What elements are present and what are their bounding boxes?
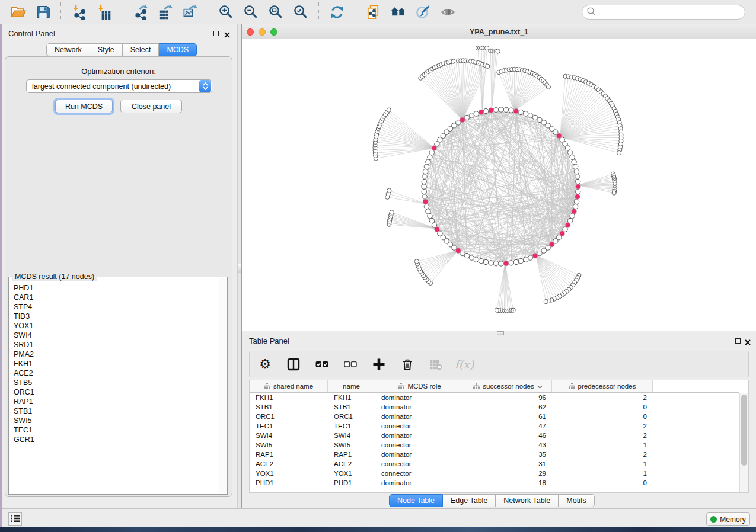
memory-button[interactable]: Memory xyxy=(706,512,750,526)
tab-node-table[interactable]: Node Table xyxy=(389,494,443,507)
home-networks-icon[interactable] xyxy=(385,2,410,21)
column-header-predecessor-nodes[interactable]: predecessor nodes xyxy=(552,380,653,392)
result-item[interactable]: SWI4 xyxy=(9,331,219,340)
control-panel-close-icon[interactable] xyxy=(224,30,230,40)
node-table-scrollbar[interactable] xyxy=(739,393,748,492)
result-item[interactable]: GCR1 xyxy=(9,435,219,444)
close-panel-button[interactable]: Close panel xyxy=(120,100,182,113)
tab-motifs[interactable]: Motifs xyxy=(559,494,594,507)
vertical-splitter[interactable] xyxy=(237,24,242,508)
cell-predecessor-nodes: 0 xyxy=(552,402,653,412)
table-row[interactable]: FKH1FKH1dominator962 xyxy=(250,393,739,402)
column-type-icon xyxy=(264,383,270,390)
result-item[interactable]: ORC1 xyxy=(9,387,219,397)
column-header-successor-nodes[interactable]: successor nodes xyxy=(464,380,552,392)
tab-style[interactable]: Style xyxy=(90,43,123,56)
result-item[interactable]: SWI5 xyxy=(9,416,219,425)
result-item[interactable]: CAR1 xyxy=(9,293,219,302)
result-item[interactable]: PHD1 xyxy=(9,283,219,293)
horizontal-splitter[interactable] xyxy=(497,331,504,335)
result-item[interactable]: STB5 xyxy=(9,378,219,387)
cell-name: YOX1 xyxy=(328,469,375,478)
node-table-header: shared namenameMCDS rolesuccessor nodesp… xyxy=(250,380,739,393)
table-row[interactable]: RAP1RAP1dominator352 xyxy=(250,450,739,459)
result-item[interactable]: YOX1 xyxy=(9,321,219,331)
column-layout-icon[interactable] xyxy=(286,357,301,371)
hide-preview-icon[interactable] xyxy=(435,2,460,21)
result-item[interactable]: STB1 xyxy=(9,406,219,416)
network-window-title: YPA_prune.txt_1 xyxy=(242,28,756,36)
result-item[interactable]: FKH1 xyxy=(9,359,219,368)
result-item[interactable]: PMA2 xyxy=(9,350,219,359)
table-row[interactable]: ACE2ACE2connector311 xyxy=(250,459,739,469)
result-item[interactable]: TID3 xyxy=(9,312,219,321)
desktop-wallpaper-left xyxy=(0,24,2,527)
mcds-result-scrollbar[interactable] xyxy=(219,278,227,493)
network-canvas[interactable] xyxy=(242,39,756,331)
show-panels-button[interactable] xyxy=(8,512,22,526)
column-header-name[interactable]: name xyxy=(328,380,375,392)
run-mcds-button[interactable]: Run MCDS xyxy=(55,100,113,113)
export-network-icon[interactable] xyxy=(127,2,152,21)
result-item[interactable]: TEC1 xyxy=(9,425,219,435)
cell-successor-nodes: 18 xyxy=(464,478,552,488)
refresh-network-icon[interactable] xyxy=(324,2,349,21)
cell-predecessor-nodes: 0 xyxy=(552,412,653,421)
column-header-MCDS-role[interactable]: MCDS role xyxy=(375,380,464,392)
splitter-grip[interactable] xyxy=(238,264,241,273)
column-label: successor nodes xyxy=(483,383,534,390)
open-file-icon[interactable] xyxy=(5,2,30,21)
result-item[interactable]: SRD1 xyxy=(9,340,219,350)
optimization-criterion-dropdown[interactable]: largest connected component (undirected) xyxy=(26,79,212,93)
zoom-selected-icon[interactable] xyxy=(288,2,313,21)
scrollbar-thumb[interactable] xyxy=(741,395,747,466)
result-item[interactable]: ACE2 xyxy=(9,368,219,378)
zoom-fit-icon[interactable] xyxy=(263,2,288,21)
style-preview-icon[interactable] xyxy=(410,2,435,21)
table-row[interactable]: SWI4SWI4dominator462 xyxy=(250,431,739,440)
table-row[interactable]: SWI5SWI5connector431 xyxy=(250,440,739,450)
tab-network[interactable]: Network xyxy=(46,43,90,56)
network-from-file-icon[interactable] xyxy=(361,2,385,21)
column-header-shared-name[interactable]: shared name xyxy=(250,380,328,392)
tab-select[interactable]: Select xyxy=(123,43,160,56)
import-table-icon[interactable] xyxy=(91,2,116,21)
export-image-icon[interactable] xyxy=(177,2,202,21)
cell-MCDS-role: dominator xyxy=(375,402,464,412)
cell-predecessor-nodes: 1 xyxy=(552,469,653,478)
cell-shared-name: STB1 xyxy=(250,402,328,412)
table-panel-close-icon[interactable] xyxy=(745,337,751,348)
table-row[interactable]: PHD1PHD1dominator180 xyxy=(250,478,739,488)
table-row[interactable]: ORC1ORC1dominator610 xyxy=(250,412,739,421)
add-column-icon[interactable] xyxy=(372,357,386,371)
cell-successor-nodes: 43 xyxy=(464,440,552,450)
deselect-all-icon[interactable] xyxy=(343,357,358,371)
cell-MCDS-role: connector xyxy=(375,440,464,450)
cell-MCDS-role: dominator xyxy=(375,393,464,402)
table-row[interactable]: YOX1YOX1connector291 xyxy=(250,469,739,478)
table-panel-float-icon[interactable] xyxy=(735,338,741,344)
select-all-icon[interactable] xyxy=(315,357,329,371)
search-input[interactable] xyxy=(596,7,745,18)
table-row[interactable]: STB1STB1dominator620 xyxy=(250,402,739,412)
dropdown-stepper-icon xyxy=(199,80,211,92)
cell-name: FKH1 xyxy=(328,393,375,402)
import-network-icon[interactable] xyxy=(66,2,91,21)
export-table-icon[interactable] xyxy=(152,2,177,21)
tab-mcds[interactable]: MCDS xyxy=(159,43,197,56)
cell-name: ORC1 xyxy=(328,412,375,421)
tab-edge-table[interactable]: Edge Table xyxy=(443,494,496,507)
network-window-titlebar: YPA_prune.txt_1 xyxy=(242,25,756,39)
zoom-in-icon[interactable] xyxy=(213,2,238,21)
zoom-out-icon[interactable] xyxy=(238,2,263,21)
optimization-criterion-label: Optimization criterion: xyxy=(5,67,232,76)
settings-gear-icon[interactable]: ⚙ xyxy=(258,357,272,371)
result-item[interactable]: STP4 xyxy=(9,302,219,312)
control-panel-float-icon[interactable] xyxy=(213,31,219,36)
table-row[interactable]: TEC1TEC1connector472 xyxy=(250,421,739,431)
tab-network-table[interactable]: Network Table xyxy=(496,494,559,507)
save-session-icon[interactable] xyxy=(30,2,55,21)
cell-successor-nodes: 46 xyxy=(464,431,552,440)
delete-column-icon[interactable] xyxy=(400,357,414,371)
result-item[interactable]: RAP1 xyxy=(9,397,219,406)
